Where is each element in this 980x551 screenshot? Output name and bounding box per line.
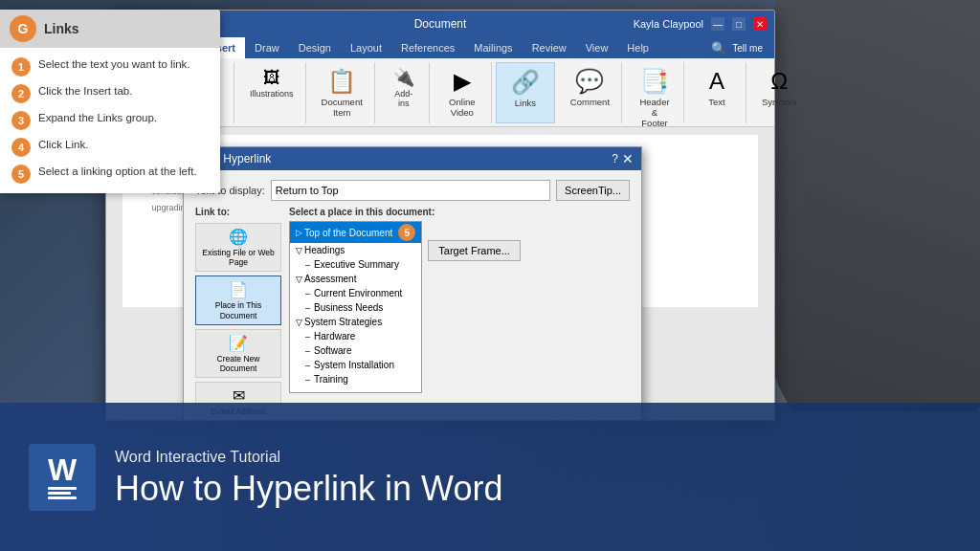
close-button[interactable]: ✕ xyxy=(753,17,767,31)
minimize-button[interactable]: — xyxy=(711,17,724,31)
place-business-needs[interactable]: – Business Needs xyxy=(290,300,421,315)
place-document-icon: 📄 xyxy=(229,280,248,298)
step-number-3: 3 xyxy=(11,111,31,130)
step5-badge: 5 xyxy=(398,224,415,241)
word-line-1 xyxy=(48,487,77,490)
target-frame-button[interactable]: Target Frame... xyxy=(428,240,521,261)
tab-layout[interactable]: Layout xyxy=(341,37,391,58)
insert-hyperlink-dialog[interactable]: Insert Hyperlink ? ✕ Text to display: xyxy=(183,146,642,420)
top-document-icon: ▷ xyxy=(296,228,302,237)
software-dash-icon: – xyxy=(305,346,310,356)
illustrations-icon: 🖼 xyxy=(260,66,283,89)
online-video-icon: ▶ xyxy=(447,66,478,97)
text-label: Text xyxy=(708,97,724,107)
panel-title: Links xyxy=(44,21,79,36)
word-line-2 xyxy=(48,492,71,495)
place-exec-summary[interactable]: – Executive Summary xyxy=(290,257,421,272)
places-list[interactable]: ▷ Top of the Document 5 ▽ Headings xyxy=(289,221,422,393)
tab-mailings[interactable]: Mailings xyxy=(464,37,522,58)
links-panel-header: G Links xyxy=(0,10,220,48)
links-button[interactable]: 🔗 Links xyxy=(504,65,546,110)
dialog-main-content: Link to: 🌐 Existing File or Web Page 📄 P… xyxy=(195,207,630,420)
exec-dash-icon: – xyxy=(305,260,310,270)
dialog-help-icon[interactable]: ? xyxy=(612,152,618,165)
text-button[interactable]: A Text xyxy=(696,64,738,109)
step-text-4: Click Link. xyxy=(38,138,88,152)
document-item-label: Document Item xyxy=(322,97,363,118)
addins-group: 🔌 Add-ins xyxy=(379,62,430,123)
word-logo-letter: W xyxy=(48,454,77,485)
link-to-label: Link to: xyxy=(195,207,281,217)
illustrations-label: Illustrations xyxy=(250,89,294,99)
header-footer-label: Header & Footer xyxy=(637,97,672,128)
online-video-label: Online Video xyxy=(445,97,479,118)
bottom-text: Word Interactive Tutorial How to Hyperli… xyxy=(115,449,502,506)
training-dash-icon: – xyxy=(305,375,310,385)
username: Kayla Claypool xyxy=(634,18,703,30)
link-type-panel: Link to: 🌐 Existing File or Web Page 📄 P… xyxy=(195,207,281,420)
illustrations-icons: 🖼 Illustrations xyxy=(246,64,298,100)
tab-design[interactable]: Design xyxy=(289,37,341,58)
step-number-4: 4 xyxy=(11,138,31,157)
place-sys-installation[interactable]: – System Installation xyxy=(290,358,421,372)
step-row-5: 5 Select a linking option at the left. xyxy=(11,165,209,184)
step-text-1: Select the text you want to link. xyxy=(38,57,190,72)
links-icon: 🔗 xyxy=(510,67,541,98)
text-to-display-row: Text to display: ScreenTip... xyxy=(195,180,630,201)
symbols-button[interactable]: Ω Symbols xyxy=(758,64,800,109)
tab-review[interactable]: Review xyxy=(523,37,576,58)
links-label: Links xyxy=(515,98,536,108)
place-headings[interactable]: ▽ Headings xyxy=(290,243,421,257)
comment-icon: 💬 xyxy=(574,66,605,97)
create-new-document-button[interactable]: 📝 Create New Document xyxy=(195,329,281,378)
comment-button[interactable]: 💬 Comment xyxy=(567,64,613,109)
text-display-input[interactable] xyxy=(271,180,550,201)
header-footer-group: 📑 Header & Footer xyxy=(626,62,684,123)
tab-draw[interactable]: Draw xyxy=(245,37,289,58)
addins-button[interactable]: 🔌 Add-ins xyxy=(387,64,421,110)
current-dash-icon: – xyxy=(305,289,310,298)
create-new-label: Create New Document xyxy=(200,354,277,373)
existing-file-label: Existing File or Web Page xyxy=(200,248,277,267)
document-item-button[interactable]: 📋 Document Item xyxy=(318,64,367,120)
create-new-icon: 📝 xyxy=(229,334,248,352)
existing-file-button[interactable]: 🌐 Existing File or Web Page xyxy=(195,223,281,272)
place-in-document-button[interactable]: 📄 Place in This Document xyxy=(195,276,281,324)
place-current-env[interactable]: – Current Environment xyxy=(290,286,421,300)
place-training[interactable]: – Training xyxy=(290,372,421,386)
word-logo-lines xyxy=(48,487,77,499)
screentip-button[interactable]: ScreenTip... xyxy=(556,180,630,201)
comment-group: 💬 Comment xyxy=(559,62,622,123)
place-top-document[interactable]: ▷ Top of the Document 5 xyxy=(290,222,421,243)
addins-label: Add-ins xyxy=(390,89,417,108)
step-number-1: 1 xyxy=(11,57,31,77)
place-system-strategies[interactable]: ▽ System Strategies xyxy=(290,315,421,329)
online-video-button[interactable]: ▶ Online Video xyxy=(441,64,483,120)
step-row-1: 1 Select the text you want to link. xyxy=(11,57,209,77)
place-software[interactable]: – Software xyxy=(290,343,421,358)
step-row-2: 2 Click the Insert tab. xyxy=(11,84,209,103)
step-row-4: 4 Click Link. xyxy=(11,138,209,157)
place-hardware[interactable]: – Hardware xyxy=(290,329,421,343)
maximize-button[interactable]: □ xyxy=(732,17,746,31)
step-text-3: Expand the Links group. xyxy=(38,111,157,125)
symbols-group: Ω Symbols xyxy=(750,62,808,123)
tab-references[interactable]: References xyxy=(391,37,464,58)
links-ribbon-group: 🔗 Links xyxy=(496,62,555,123)
text-icon: A xyxy=(702,66,732,97)
place-assessment[interactable]: ▽ Assessment xyxy=(290,272,421,286)
illustrations-button[interactable]: 🖼 Illustrations xyxy=(246,64,298,100)
dialog-body: Text to display: ScreenTip... Link to: xyxy=(184,170,641,420)
step-row-3: 3 Expand the Links group. xyxy=(11,111,209,130)
tab-help[interactable]: Help xyxy=(617,37,658,58)
tab-view[interactable]: View xyxy=(576,37,618,58)
bottom-section: W Word Interactive Tutorial How to Hyper… xyxy=(0,403,980,551)
place-document-label: Place in This Document xyxy=(200,300,277,320)
header-footer-button[interactable]: 📑 Header & Footer xyxy=(634,64,676,130)
assessment-collapse-icon: ▽ xyxy=(296,275,302,284)
document-item-icon: 📋 xyxy=(326,66,357,97)
search-icon[interactable]: 🔍 xyxy=(711,41,726,55)
dialog-close-button[interactable]: ✕ xyxy=(622,152,634,165)
tell-me-label[interactable]: Tell me xyxy=(732,43,763,54)
word-line-3 xyxy=(48,496,77,499)
